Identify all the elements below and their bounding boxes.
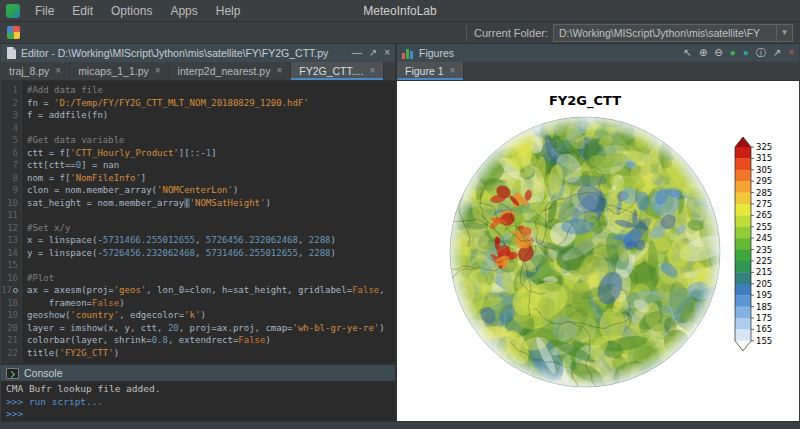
menu-options[interactable]: Options [102,0,161,22]
status-bar [0,421,800,429]
full-extent-dot-icon[interactable]: ● [743,47,749,58]
console-panel: Console CMA Bufr lookup file added.>>> r… [1,365,395,421]
code-line [27,209,395,222]
figure-colorbar: 3253153052952852752652552452352252152051… [733,135,785,359]
menu-edit[interactable]: Edit [63,0,102,22]
line-number-gutter: 12345678910111213141516171819202122 [1,81,22,365]
editor-panel-title: Editor - D:\Working\MIScript\Jython\mis\… [21,47,345,59]
code-line: frameon=False) [27,297,395,310]
editor-panel: Editor - D:\Working\MIScript\Jython\mis\… [1,44,395,365]
svg-text:225: 225 [756,256,772,266]
chart-icon [402,47,414,59]
tab-label: Figure 1 [405,65,444,77]
console-line: >>> [6,408,390,421]
editor-tabs: traj_8.py×micaps_1_1.py×interp2d_nearest… [1,62,395,81]
console-panel-title: Console [24,367,390,379]
code-line: #Add data file [27,84,395,97]
identify-icon[interactable]: ⓘ [756,47,766,58]
code-line: ctt = f['CTT_Hourly_Product'][::-1] [27,147,395,160]
terminal-icon [6,368,19,379]
code-line: fn = 'D:/Temp/FY/FY2G_CTT_MLT_NOM_201808… [27,97,395,110]
pointer-icon[interactable]: ↖ [684,47,692,58]
tab-close-icon[interactable]: × [55,66,61,76]
tab-interp2d-nearest-py[interactable]: interp2d_nearest.py× [170,62,292,80]
console-panel-header: Console [1,365,395,381]
vertical-splitter[interactable] [395,44,397,421]
figures-panel-title: Figures [419,47,677,59]
toolbar: Current Folder: D:\Working\MIScript\Jyth… [0,22,800,44]
tab-label: FY2G_CTT.... [299,65,363,77]
svg-text:275: 275 [756,199,772,209]
app-logo-icon [6,4,20,18]
svg-text:165: 165 [756,324,772,334]
tab-micaps-1-1-py[interactable]: micaps_1_1.py× [70,62,169,80]
svg-text:295: 295 [756,176,772,186]
svg-text:305: 305 [756,165,772,175]
combo-dropdown-icon[interactable]: ▼ [776,25,792,41]
tab-fy2g-ctt[interactable]: FY2G_CTT....× [291,62,384,80]
code-line: layer = imshow(x, y, ctt, 20, proj=ax.pr… [27,322,395,335]
close-panel-icon[interactable]: × [788,47,794,58]
code-line [27,122,395,135]
code-editor[interactable]: 12345678910111213141516171819202122 #Add… [1,81,395,365]
menu-apps[interactable]: Apps [161,0,206,22]
figures-tabs: Figure 1× [397,62,799,81]
code-line: sat_height = nom.member_array('NOMSatHei… [27,197,395,210]
code-line: y = linspace(-5726456.232062468, 5731466… [27,247,395,260]
close-panel-icon[interactable]: × [384,47,390,58]
svg-text:255: 255 [756,222,772,232]
horizontal-splitter[interactable] [1,363,395,365]
code-line: #Get data variable [27,134,395,147]
editor-panel-header: Editor - D:\Working\MIScript\Jython\mis\… [1,44,395,62]
console-output[interactable]: CMA Bufr lookup file added.>>> run scrip… [1,381,395,421]
code-line: #Plot [27,272,395,285]
editor-header-icons: —↗× [345,45,390,61]
tab-label: traj_8.py [9,65,49,77]
code-line: title('FY2G_CTT') [27,347,395,360]
zoom-out-icon[interactable]: ⊖ [714,47,722,58]
code-line: x = linspace(-5731466.255012655, 5726456… [27,234,395,247]
menu-help[interactable]: Help [207,0,250,22]
tab-traj-8-py[interactable]: traj_8.py× [1,62,70,80]
current-folder-value: D:\Working\MIScript\Jython\mis\satellite… [554,27,776,39]
figures-panel: Figures ↖⊕⊖●●ⓘ↗× Figure 1× FY2G_CTT 3253… [397,44,799,421]
float-panel-icon[interactable]: ↗ [369,47,377,58]
code-line: geoshow('country', edgecolor='k') [27,309,395,322]
svg-text:245: 245 [756,233,772,243]
code-line: colorbar(layer, shrink=0.8, extendrect=F… [27,334,395,347]
pan-dot-icon[interactable]: ● [730,47,736,58]
figures-panel-header: Figures ↖⊕⊖●●ⓘ↗× [397,44,799,62]
tab-close-icon[interactable]: × [155,66,161,76]
tab-figure-1[interactable]: Figure 1× [397,62,464,80]
svg-text:265: 265 [756,210,772,220]
tab-close-icon[interactable]: × [450,66,456,76]
zoom-in-icon[interactable]: ⊕ [699,47,707,58]
code-line [27,259,395,272]
svg-text:205: 205 [756,279,772,289]
code-line: ctt[ctt==0] = nan [27,159,395,172]
svg-text:285: 285 [756,188,772,198]
console-line: CMA Bufr lookup file added. [6,383,390,396]
float-panel-icon[interactable]: ↗ [773,47,781,58]
figures-header-icons: ↖⊕⊖●●ⓘ↗× [677,45,795,61]
svg-text:325: 325 [756,142,772,152]
tab-close-icon[interactable]: × [369,66,375,76]
minimize-panel-icon[interactable]: — [352,47,362,58]
tab-close-icon[interactable]: × [276,66,282,76]
toolbar-separator [466,25,467,41]
svg-text:315: 315 [756,153,772,163]
menu-file[interactable]: File [26,0,63,22]
new-figure-icon[interactable] [7,26,20,39]
code-line: ax = axesm(proj='geos', lon_0=clon, h=sa… [27,284,395,297]
svg-text:175: 175 [756,313,772,323]
code-line: nom = f['NomFileInfo'] [27,172,395,185]
figure-canvas-area[interactable]: FY2G_CTT 3253153052952852752652552452352… [397,81,799,421]
code-line: #Set x/y [27,222,395,235]
figure-title: FY2G_CTT [435,93,735,108]
code-line: f = addfile(fn) [27,109,395,122]
current-folder-combo[interactable]: D:\Working\MIScript\Jython\mis\satellite… [553,24,793,42]
document-icon [6,47,16,59]
figure-globe [440,107,730,397]
code-line: clon = nom.member_array('NOMCenterLon') [27,184,395,197]
tab-label: micaps_1_1.py [78,65,149,77]
